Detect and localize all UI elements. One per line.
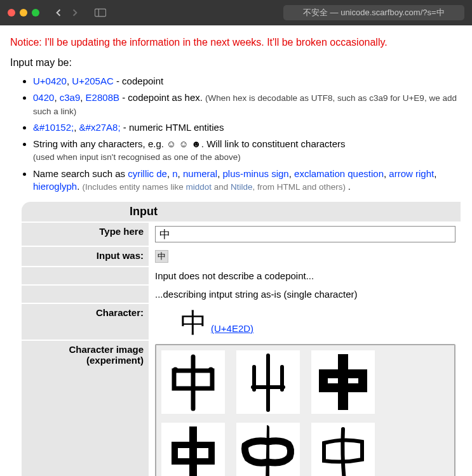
- maximize-window-button[interactable]: [32, 9, 39, 17]
- input-was-value: 中: [155, 250, 168, 263]
- svg-rect-8: [319, 369, 328, 392]
- example-link[interactable]: plus-minus sign: [223, 168, 289, 179]
- list-item-text: . Will link to constituent characters: [201, 138, 346, 149]
- example-link[interactable]: U+205AC: [72, 76, 113, 86]
- list-item-text: - codepoint as hex.: [119, 92, 205, 103]
- window-controls: [8, 9, 39, 17]
- character-image-label: Character image(experiment): [22, 341, 149, 476]
- type-here-input[interactable]: [155, 226, 455, 242]
- empty-label: [22, 267, 149, 284]
- status-message: ...describing intput string as-is (singl…: [150, 286, 461, 303]
- address-bar[interactable]: 不安全 — unicode.scarfboy.com/?s=中: [283, 5, 464, 20]
- list-item-text: - numeric HTML entities: [121, 122, 224, 133]
- example-link[interactable]: E2808B: [86, 92, 119, 103]
- forward-button[interactable]: [67, 5, 83, 20]
- list-item-text: String with any characters, e.g.: [33, 138, 166, 149]
- character-image-tile: [236, 350, 300, 414]
- list-item: String with any characters, e.g. ☺ ☺ ☻. …: [33, 138, 462, 164]
- input-was-label: Input was:: [22, 247, 149, 266]
- symbol-examples: ☺ ☺ ☻: [166, 138, 201, 149]
- nav-buttons: [51, 5, 83, 20]
- sidebar-toggle-button[interactable]: [91, 6, 109, 20]
- character-image-tile: [311, 423, 375, 476]
- svg-rect-5: [338, 354, 348, 410]
- back-button[interactable]: [51, 5, 66, 20]
- character-image-tile: [161, 350, 225, 414]
- list-item: U+0420, U+205AC - codepoint: [33, 75, 462, 88]
- example-link[interactable]: U+0420: [33, 76, 67, 86]
- example-link[interactable]: &#10152;: [33, 122, 74, 133]
- svg-point-4: [208, 367, 214, 373]
- character-image-tile: [236, 423, 300, 476]
- input-examples-list: U+0420, U+205AC - codepoint 0420, c3a9, …: [10, 75, 462, 193]
- minimize-window-button[interactable]: [20, 9, 27, 17]
- status-message: Input does not describe a codepoint...: [150, 267, 461, 284]
- list-item-text: - codepoint: [114, 76, 163, 86]
- character-image-grid: [155, 344, 455, 476]
- address-bar-wrap: 不安全 — unicode.scarfboy.com/?s=中: [116, 5, 464, 20]
- character-image-tile: [161, 423, 225, 476]
- svg-rect-9: [358, 369, 367, 392]
- empty-label: [22, 286, 149, 303]
- list-item: &#10152;, &#x27A8; - numeric HTML entiti…: [33, 121, 462, 134]
- input-may-be-label: Input may be:: [10, 57, 462, 69]
- list-item-text: Name search such as: [33, 168, 128, 179]
- svg-point-3: [173, 367, 179, 373]
- type-here-label: Type here: [22, 223, 149, 246]
- input-panel: Input Type here Input was: 中 Input does …: [20, 201, 462, 476]
- svg-rect-11: [172, 442, 215, 448]
- example-link[interactable]: n: [172, 168, 177, 179]
- list-item: 0420, c3a9, E2808B - codepoint as hex. (…: [33, 91, 462, 117]
- page-content: Notice: I'll be updating the information…: [0, 25, 472, 476]
- svg-rect-0: [95, 9, 105, 17]
- notice-text: Notice: I'll be updating the information…: [10, 37, 462, 48]
- example-link[interactable]: arrow right: [389, 168, 434, 179]
- list-item: Name search such as cyrillic de, n, nume…: [33, 168, 462, 194]
- svg-rect-13: [172, 442, 178, 465]
- list-item-note: (Includes entity names like middot and N…: [83, 182, 348, 192]
- example-link[interactable]: exclamation question: [294, 168, 384, 179]
- example-link[interactable]: 0420: [33, 92, 54, 103]
- character-label: Character:: [22, 304, 149, 340]
- character-image-tile: [311, 350, 375, 414]
- example-link[interactable]: hieroglyph: [33, 181, 77, 192]
- codepoint-link[interactable]: (U+4E2D): [211, 323, 253, 336]
- example-link[interactable]: c3a9: [60, 92, 81, 103]
- example-link[interactable]: &#x27A8;: [79, 122, 121, 133]
- svg-rect-12: [172, 458, 215, 465]
- panel-section-header: Input: [22, 202, 461, 221]
- browser-titlebar: 不安全 — unicode.scarfboy.com/?s=中: [0, 0, 472, 25]
- list-item-note: (used when input isn't recognised as one…: [33, 152, 241, 162]
- example-link[interactable]: numeral: [183, 168, 217, 179]
- svg-rect-10: [189, 426, 197, 476]
- svg-rect-14: [208, 442, 215, 465]
- close-window-button[interactable]: [8, 9, 15, 17]
- example-link[interactable]: cyrillic de: [128, 168, 167, 179]
- character-glyph: 中: [180, 310, 207, 336]
